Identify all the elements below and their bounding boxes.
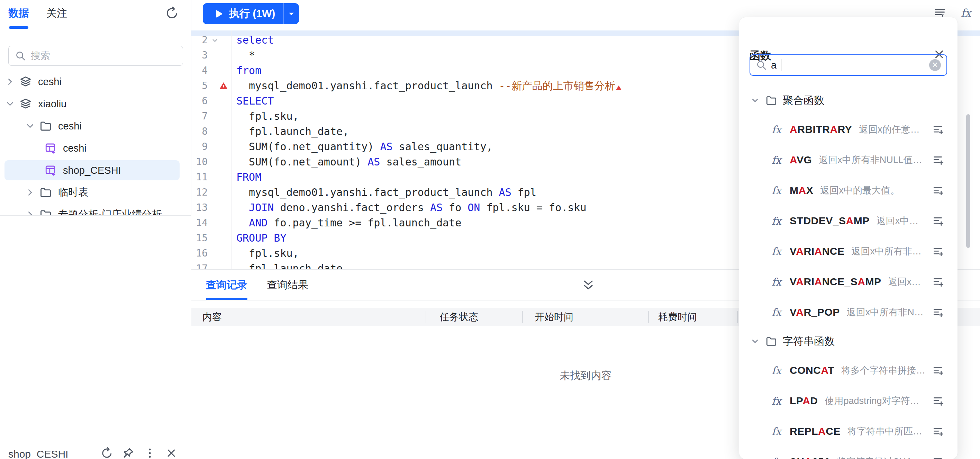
function-item-avg[interactable]: fxAVG返回x中所有非NULL值的平... (739, 145, 958, 175)
chevron-right-icon[interactable] (5, 76, 15, 87)
play-icon (213, 9, 224, 19)
line-number: 15 (191, 231, 208, 246)
sidebar-tab-data[interactable]: 数据 (8, 6, 29, 26)
line-number: 10 (191, 155, 208, 170)
tree-node-xiaoliu[interactable]: xiaoliu (0, 93, 191, 115)
window-scrollbar[interactable] (966, 114, 970, 248)
function-item-max[interactable]: fxMAX返回x中的最大值。 (739, 175, 958, 206)
function-name: STDDEV_SAMP (790, 215, 870, 227)
tree-node-ceshi[interactable]: ceshi (0, 115, 191, 137)
fx-icon: fx (772, 215, 781, 227)
function-name: VARIANCE_SAMP (790, 276, 881, 288)
table-icon (44, 164, 57, 177)
line-number: 7 (191, 109, 208, 124)
function-item-var_pop[interactable]: fxVAR_POP返回x中所有非NULL... (739, 297, 958, 327)
function-item-variance_samp[interactable]: fxVARIANCE_SAMP返回x中所... (739, 266, 958, 297)
tree-node-ceshi[interactable]: ceshi (0, 71, 191, 93)
tree-node-ceshi[interactable]: ceshi (0, 137, 191, 159)
function-name: MAX (790, 185, 813, 196)
fx-icon: fx (772, 426, 781, 438)
chevron-down-icon[interactable] (5, 99, 15, 109)
chevron-right-icon[interactable] (25, 187, 35, 198)
sidebar-search[interactable] (8, 46, 183, 66)
chevron-down-icon[interactable] (750, 96, 760, 105)
pin-icon[interactable] (122, 447, 135, 459)
folder-icon (40, 186, 52, 199)
line-number: 2 (191, 32, 208, 48)
function-description: 返回x中所有非NULL... (847, 306, 926, 319)
chevron-down-icon[interactable] (750, 336, 760, 346)
chevron-down-icon[interactable] (287, 10, 296, 18)
tree-node-label: ceshi (38, 76, 62, 88)
tree-node-shop_ceshi[interactable]: shop_CESHI (0, 159, 191, 182)
line-number: 12 (191, 185, 208, 200)
insert-function-icon[interactable] (932, 365, 944, 376)
function-description: 使用padstring对字符串进... (825, 395, 927, 407)
close-icon[interactable] (165, 447, 178, 459)
search-icon (756, 59, 767, 71)
sidebar-tabs: 数据关注 (8, 6, 67, 26)
collapse-panel-icon[interactable] (582, 279, 595, 292)
code-text: from (236, 63, 261, 78)
function-name: REPLACE (790, 426, 840, 437)
results-tab-result[interactable]: 查询结果 (267, 270, 308, 300)
folder-icon (765, 94, 777, 106)
function-description: 返回x中所有非NULL值的平... (819, 154, 926, 166)
function-item-replace[interactable]: fxREPLACE将字符串中所匹配的... (739, 416, 958, 446)
line-number: 13 (191, 200, 208, 215)
fold-chevron-icon[interactable] (211, 37, 219, 44)
functions-icon[interactable]: fx (961, 6, 971, 19)
function-search[interactable]: a ✕ (749, 54, 947, 76)
execute-button[interactable]: 执行 (1W) (203, 3, 299, 24)
insert-function-icon[interactable] (932, 395, 944, 407)
function-item-stddev_samp[interactable]: fxSTDDEV_SAMP返回x中所有非... (739, 206, 958, 236)
insert-function-icon[interactable] (932, 154, 944, 166)
function-group-1[interactable]: 字符串函数 (739, 327, 958, 355)
kebab-menu-icon[interactable] (143, 447, 156, 459)
text-cursor (781, 59, 781, 71)
sidebar-tab-follow[interactable]: 关注 (46, 6, 67, 26)
clear-search-icon[interactable]: ✕ (929, 59, 941, 71)
column-divider (737, 311, 738, 323)
code-text: mysql_demo01.yanshi.fact_product_launch … (236, 185, 536, 200)
function-description: 返回x中的最大值。 (820, 184, 926, 197)
insert-function-icon[interactable] (932, 215, 944, 227)
chevron-down-icon[interactable] (25, 121, 35, 131)
tree-node-label: 临时表 (58, 185, 88, 199)
function-item-lpad[interactable]: fxLPAD使用padstring对字符串进... (739, 386, 958, 416)
refresh-icon[interactable] (101, 447, 113, 459)
execute-label: 执行 (1W) (229, 6, 275, 21)
insert-function-icon[interactable] (932, 245, 944, 257)
function-item-sha256[interactable]: fxSHA256将字符串经过SHA256... (739, 446, 958, 459)
tree-node--[interactable]: 专题分析-门店业绩分析 (0, 204, 191, 215)
app-root: 数据关注 ceshixiaoliuceshiceshishop_CESHI临时表… (0, 0, 980, 459)
chevron-right-icon[interactable] (25, 209, 35, 215)
insert-function-icon[interactable] (932, 276, 944, 288)
insert-function-icon[interactable] (932, 124, 944, 135)
line-number: 16 (191, 246, 208, 261)
sidebar-search-input[interactable] (31, 50, 177, 61)
function-item-arbitrary[interactable]: fxARBITRARY返回x的任意非空值... (739, 114, 958, 145)
results-column-header: 内容 (202, 308, 222, 326)
code-text: fpl.sku, (236, 109, 299, 124)
line-number: 5 (191, 78, 208, 94)
results-column-header: 耗费时间 (658, 308, 697, 326)
function-item-variance[interactable]: fxVARIANCE返回x中所有非NULL... (739, 236, 958, 266)
function-group-0[interactable]: 聚合函数 (739, 86, 958, 114)
sidebar-refresh-icon[interactable] (165, 6, 179, 20)
results-tab-history[interactable]: 查询记录 (206, 270, 247, 300)
insert-function-icon[interactable] (932, 306, 944, 318)
code-text: GROUP BY (236, 231, 286, 246)
function-item-concat[interactable]: fxCONCAT将多个字符串拼接成一... (739, 355, 958, 386)
results-column-header: 任务状态 (439, 308, 478, 326)
function-search-value: a (771, 59, 776, 71)
insert-function-icon[interactable] (932, 426, 944, 437)
code-text: SUM(fo.net_amount) AS sales_amount (236, 155, 461, 170)
insert-function-icon[interactable] (932, 185, 944, 196)
insert-function-icon[interactable] (932, 456, 944, 459)
code-text: * (236, 48, 255, 63)
tree-node-label: 专题分析-门店业绩分析 (58, 208, 162, 215)
tree-node--[interactable]: 临时表 (0, 182, 191, 204)
results-column-header: 开始时间 (535, 308, 573, 326)
search-icon (15, 50, 26, 61)
